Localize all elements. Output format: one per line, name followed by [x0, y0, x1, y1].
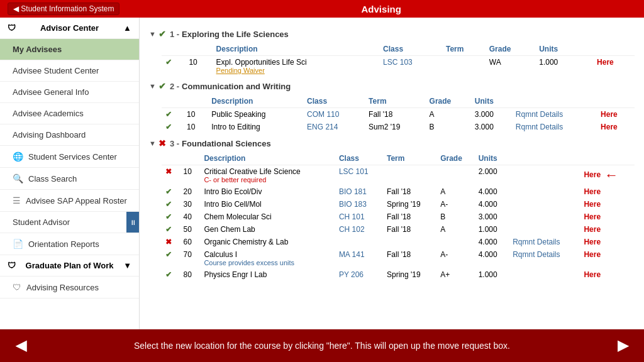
row-reqmt — [580, 56, 593, 77]
row-grade: A — [436, 223, 475, 236]
row-class[interactable]: COM 110 — [303, 108, 365, 121]
row-here[interactable]: Here — [580, 236, 635, 248]
col-header-5: Grade — [426, 95, 471, 108]
row-here[interactable]: Here — [580, 223, 635, 236]
here-link[interactable]: Here — [584, 270, 601, 279]
row-reqmt[interactable]: Rqmnt Details — [512, 121, 597, 133]
row-here[interactable]: Here — [580, 185, 635, 198]
row-grade: A — [426, 108, 471, 121]
row-units: 1.000 — [535, 56, 580, 77]
here-link[interactable]: Here — [584, 238, 601, 246]
prev-button[interactable]: ◀ — [9, 337, 33, 354]
row-grade: A+ — [436, 268, 475, 281]
row-reqmt — [509, 185, 580, 198]
top-header: ◀ Student Information System Advising — [0, 0, 644, 18]
here-link[interactable]: Here — [584, 170, 601, 179]
sidebar-item-my-advisees[interactable]: My Advisees — [0, 39, 139, 60]
row-class[interactable]: ENG 214 — [303, 121, 365, 133]
class-link[interactable]: BIO 181 — [339, 187, 367, 196]
reqmt-details-link[interactable]: Rqmnt Details — [513, 250, 560, 259]
here-link[interactable]: Here — [584, 250, 601, 259]
row-x-icon: ✖ — [162, 165, 180, 186]
row-here[interactable]: Here — [580, 248, 635, 268]
toggle-icon[interactable]: ▼ — [149, 82, 156, 90]
row-here[interactable]: Here — [597, 108, 635, 121]
resource-icon: 🛡 — [13, 282, 21, 292]
back-button[interactable]: ◀ Student Information System — [8, 3, 119, 15]
here-link[interactable]: Here — [597, 58, 614, 67]
row-here[interactable]: Here — [580, 198, 635, 211]
row-class[interactable]: PY 206 — [335, 268, 383, 281]
sidebar-item-student-advisor[interactable]: Student Advisor ⏸ — [0, 212, 139, 233]
group-table-2: DescriptionClassTermGradeUnits✔10Public … — [162, 95, 635, 133]
group-title: Exploring the Life Sciences — [182, 30, 289, 39]
class-link[interactable]: ENG 214 — [307, 123, 338, 131]
sidebar-item-advising-resources[interactable]: 🛡 Advising Resources — [0, 277, 139, 299]
reqmt-details-link[interactable]: Rqmnt Details — [516, 123, 563, 131]
sidebar-section-advisor-center[interactable]: 🛡 Advisor Center ▲ — [0, 18, 139, 39]
class-link[interactable]: COM 110 — [307, 110, 339, 119]
col-header-6: Units — [475, 152, 509, 165]
reqmt-details-link[interactable]: Rqmnt Details — [516, 110, 563, 119]
row-check-icon: ✔ — [162, 248, 180, 268]
toggle-icon[interactable]: ▼ — [149, 140, 156, 147]
here-link[interactable]: Here — [601, 123, 618, 131]
row-note[interactable]: Pending Waiver — [216, 67, 376, 74]
row-here[interactable]: Here — [593, 56, 635, 77]
row-reqmt[interactable]: Rqmnt Details — [512, 108, 597, 121]
row-reqmt[interactable]: Rqmnt Details — [509, 236, 580, 248]
row-here[interactable]: Here — [580, 211, 635, 223]
row-grade: A- — [436, 198, 475, 211]
table-row: ✖60Organic Chemistry & Lab4.000Rqmnt Det… — [162, 236, 635, 248]
row-class[interactable]: MA 141 — [335, 248, 383, 268]
class-link[interactable]: BIO 183 — [339, 200, 367, 209]
sidebar-item-advisee-student-center[interactable]: Advisee Student Center — [0, 60, 139, 82]
row-units: 2.000 — [475, 165, 509, 186]
here-link[interactable]: Here — [584, 225, 601, 234]
col-header-8 — [580, 152, 635, 165]
sidebar-item-advisee-general-info[interactable]: Advisee General Info — [0, 82, 139, 103]
row-reqmt[interactable]: Rqmnt Details — [509, 248, 580, 268]
here-link[interactable]: Here — [601, 110, 618, 119]
sidebar-item-orientation-reports[interactable]: 📄 Orientation Reports — [0, 233, 139, 255]
row-class[interactable]: LSC 103 — [379, 56, 442, 77]
sidebar-item-sap-appeal[interactable]: ☰ Advisee SAP Appeal Roster — [0, 190, 139, 212]
class-link[interactable]: LSC 101 — [339, 167, 369, 176]
sidebar-item-class-search[interactable]: 🔍 Class Search — [0, 168, 139, 190]
row-number: 70 — [180, 248, 201, 268]
row-description: Public Speaking — [208, 108, 303, 121]
here-link[interactable]: Here — [584, 212, 601, 221]
table-row: ✔10Expl. Opportunities Life SciPending W… — [162, 56, 635, 77]
row-x-icon: ✖ — [162, 236, 180, 248]
col-header-1 — [180, 152, 201, 165]
class-link[interactable]: LSC 103 — [383, 58, 413, 67]
report-icon: 📄 — [13, 239, 23, 249]
sidebar-item-graduate-plan[interactable]: 🛡 Graduate Plan of Work ▼ — [0, 255, 139, 277]
group-header-2: ▼✔2 - Communication and Writing — [149, 81, 635, 91]
class-link[interactable]: CH 101 — [339, 212, 365, 221]
table-row: ✔10Public SpeakingCOM 110Fall '18A3.000R… — [162, 108, 635, 121]
sidebar-item-advisee-academics[interactable]: Advisee Academics — [0, 103, 139, 124]
here-link[interactable]: Here — [584, 200, 601, 209]
class-link[interactable]: PY 206 — [339, 270, 364, 279]
col-header-2: Description — [208, 95, 303, 108]
row-class[interactable]: BIO 183 — [335, 198, 383, 211]
col-header-7 — [509, 152, 580, 165]
reqmt-details-link[interactable]: Rqmnt Details — [513, 238, 560, 246]
class-link[interactable]: MA 141 — [339, 250, 365, 259]
row-here[interactable]: Here — [597, 121, 635, 133]
row-class[interactable]: BIO 181 — [335, 185, 383, 198]
row-class[interactable]: CH 101 — [335, 211, 383, 223]
row-description: Gen Chem Lab — [200, 223, 335, 236]
class-link[interactable]: CH 102 — [339, 225, 365, 234]
row-here[interactable]: Here — [580, 268, 635, 281]
row-class[interactable]: LSC 101 — [335, 165, 383, 186]
toggle-icon[interactable]: ▼ — [149, 30, 156, 38]
sidebar-item-advising-dashboard[interactable]: Advising Dashboard — [0, 124, 139, 146]
next-button[interactable]: ▶ — [611, 337, 635, 354]
row-here[interactable]: Here← — [580, 165, 635, 186]
here-link[interactable]: Here — [584, 187, 601, 196]
sidebar-item-student-services-center[interactable]: 🌐 Student Services Center — [0, 146, 139, 168]
row-class[interactable]: CH 102 — [335, 223, 383, 236]
row-reqmt — [509, 223, 580, 236]
